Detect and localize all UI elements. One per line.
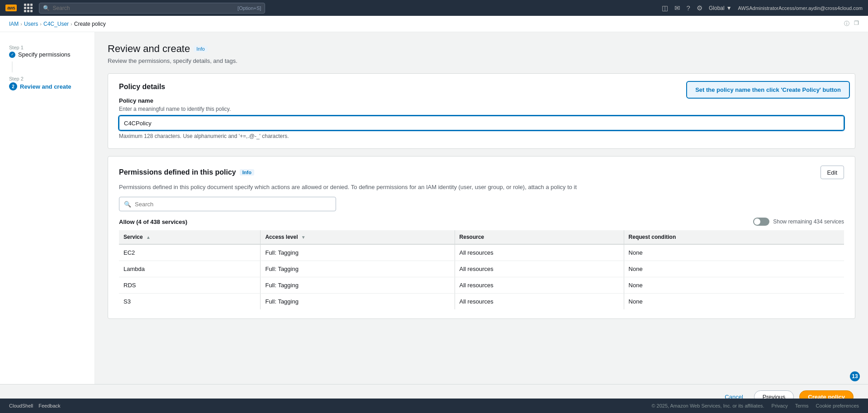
permissions-card: Permissions defined in this policy Info … — [108, 156, 855, 319]
permissions-table-body: EC2 Full: Tagging All resources None Lam… — [119, 244, 844, 309]
breadcrumb-create-policy: Create policy — [74, 21, 106, 27]
breadcrumb-sep-3: › — [71, 21, 72, 27]
condition-cell: None — [624, 244, 844, 261]
permissions-search-input[interactable] — [135, 201, 331, 208]
table-row: RDS Full: Tagging All resources None — [119, 277, 844, 294]
search-icon: 🔍 — [43, 5, 50, 11]
step-1-name: ✓ Specify permissions — [9, 51, 85, 58]
access-cell: Full: Tagging — [261, 277, 455, 294]
page-title: Review and create Info — [108, 43, 855, 55]
privacy-link[interactable]: Privacy — [772, 403, 788, 408]
sort-asc-icon: ▲ — [146, 235, 151, 240]
breadcrumb-sep-1: › — [20, 21, 22, 27]
page-subtitle: Review the permissions, specify details,… — [108, 57, 855, 64]
col-resource: Resource — [455, 230, 624, 244]
service-cell[interactable]: Lambda — [119, 261, 261, 277]
policy-name-input[interactable] — [119, 116, 844, 130]
main-content: Review and create Info Review the permis… — [95, 32, 868, 399]
terms-link[interactable]: Terms — [795, 403, 809, 408]
service-cell[interactable]: RDS — [119, 277, 261, 294]
policy-name-desc: Enter a meaningful name to identify this… — [119, 106, 844, 112]
col-access-level[interactable]: Access level ▼ — [261, 230, 455, 244]
footer: CloudShell Feedback © 2025, Amazon Web S… — [0, 399, 868, 413]
permissions-desc: Permissions defined in this policy docum… — [119, 184, 844, 190]
step-2-dot: 2 — [9, 82, 17, 90]
step-connector — [12, 62, 13, 72]
footer-right: © 2025, Amazon Web Services, Inc. or its… — [651, 403, 859, 408]
chevron-down-icon: ▼ — [726, 5, 732, 11]
top-navigation: aws 🔍 [Option+S] ◫ ✉ ? ⚙ Global ▼ AWSAdm… — [0, 0, 868, 16]
step-1-item: Step 1 ✓ Specify permissions — [0, 41, 95, 62]
search-icon: 🔍 — [124, 201, 131, 208]
region-selector[interactable]: Global ▼ — [709, 5, 732, 11]
resource-cell: All resources — [455, 261, 624, 277]
breadcrumb-users[interactable]: Users — [24, 21, 38, 27]
cloudshell-link[interactable]: CloudShell — [9, 403, 33, 408]
access-cell: Full: Tagging — [261, 244, 455, 261]
show-remaining-toggle[interactable] — [753, 218, 769, 226]
search-shortcut: [Option+S] — [237, 5, 261, 11]
feedback-link[interactable]: Feedback — [38, 403, 60, 408]
breadcrumb: IAM › Users › C4C_User › Create policy ⓘ… — [0, 16, 868, 32]
help-icon[interactable]: ? — [687, 4, 690, 12]
toggle-knob — [754, 218, 760, 225]
resource-cell: All resources — [455, 244, 624, 261]
toggle-area: Show remaining 434 services — [753, 218, 844, 226]
condition-cell: None — [624, 294, 844, 310]
nav-icons-group: ◫ ✉ ? ⚙ Global ▼ AWSAdministratorAccess/… — [662, 4, 863, 12]
callout-box: Set the policy name then click 'Create P… — [686, 81, 850, 99]
sidebar-steps: Step 1 ✓ Specify permissions Step 2 2 Re… — [0, 32, 95, 399]
table-header: Service ▲ Access level ▼ Resource Reques… — [119, 230, 844, 244]
table-row: EC2 Full: Tagging All resources None — [119, 244, 844, 261]
aws-logo[interactable]: aws — [5, 5, 17, 11]
step-2-name: 2 Review and create — [9, 82, 85, 90]
condition-cell: None — [624, 277, 844, 294]
step-number-badge: 13 — [850, 371, 860, 381]
breadcrumb-iam[interactable]: IAM — [9, 21, 19, 27]
settings-icon[interactable]: ⚙ — [697, 4, 702, 12]
permissions-header: Permissions defined in this policy Info … — [119, 166, 844, 179]
footer-left: CloudShell Feedback — [9, 403, 61, 408]
resource-cell: All resources — [455, 294, 624, 310]
permissions-search-box[interactable]: 🔍 — [119, 197, 336, 211]
condition-cell: None — [624, 261, 844, 277]
global-search-bar[interactable]: 🔍 [Option+S] — [39, 3, 265, 14]
col-request-condition: Request condition — [624, 230, 844, 244]
cookie-link[interactable]: Cookie preferences — [816, 403, 859, 408]
expand-icon[interactable]: ❐ — [854, 20, 859, 28]
account-info[interactable]: AWSAdministratorAccess/omer.aydin@cross4… — [738, 5, 863, 11]
step-2-label: Step 2 — [9, 76, 85, 81]
step-1-label: Step 1 — [9, 45, 85, 50]
service-cell[interactable]: S3 — [119, 294, 261, 310]
aws-logo-box: aws — [5, 5, 17, 11]
breadcrumb-icons: ⓘ ❐ — [844, 20, 859, 28]
main-layout: Step 1 ✓ Specify permissions Step 2 2 Re… — [0, 32, 868, 399]
policy-name-hint: Maximum 128 characters. Use alphanumeric… — [119, 133, 844, 139]
breadcrumb-sep-2: › — [40, 21, 42, 27]
table-row: S3 Full: Tagging All resources None — [119, 294, 844, 310]
grid-menu-icon[interactable] — [24, 4, 33, 12]
footer-copyright: © 2025, Amazon Web Services, Inc. or its… — [651, 403, 764, 408]
monitor-icon[interactable]: ◫ — [662, 4, 668, 12]
permissions-table: Service ▲ Access level ▼ Resource Reques… — [119, 230, 844, 309]
bell-icon[interactable]: ✉ — [674, 4, 680, 12]
access-cell: Full: Tagging — [261, 261, 455, 277]
step-1-dot: ✓ — [9, 52, 15, 58]
col-service[interactable]: Service ▲ — [119, 230, 261, 244]
toggle-label: Show remaining 434 services — [773, 218, 844, 225]
global-search-input[interactable] — [52, 5, 233, 11]
page-info-badge[interactable]: Info — [194, 46, 207, 52]
table-row: Lambda Full: Tagging All resources None — [119, 261, 844, 277]
permissions-title: Permissions defined in this policy Info — [119, 168, 254, 176]
service-cell[interactable]: EC2 — [119, 244, 261, 261]
allow-header: Allow (4 of 438 services) Show remaining… — [119, 218, 844, 226]
resource-cell: All resources — [455, 277, 624, 294]
info-circle-icon[interactable]: ⓘ — [844, 20, 849, 28]
edit-button[interactable]: Edit — [821, 166, 844, 179]
breadcrumb-c4c-user[interactable]: C4C_User — [43, 21, 69, 27]
access-cell: Full: Tagging — [261, 294, 455, 310]
permissions-info-badge[interactable]: Info — [240, 169, 254, 176]
step-2-item: Step 2 2 Review and create — [0, 72, 95, 94]
region-label: Global — [709, 5, 725, 11]
sort-desc-icon: ▼ — [301, 235, 306, 240]
